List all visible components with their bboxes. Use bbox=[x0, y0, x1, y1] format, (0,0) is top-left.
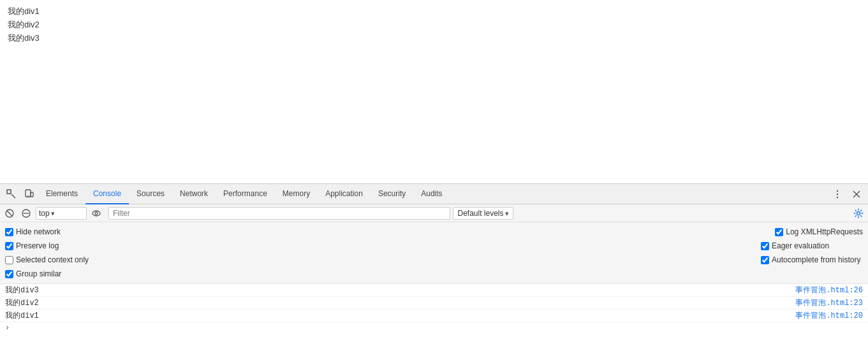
tab-performance[interactable]: Performance bbox=[216, 184, 275, 204]
default-levels-chevron-icon bbox=[505, 209, 509, 218]
device-toolbar-icon[interactable] bbox=[20, 185, 38, 203]
tab-audits[interactable]: Audits bbox=[413, 184, 450, 204]
autocomplete-option[interactable]: Autocomplete from history bbox=[761, 255, 863, 264]
console-prompt-icon: › bbox=[5, 324, 10, 332]
preserve-log-label: Preserve log bbox=[16, 241, 59, 250]
log-xml-label: Log XMLHttpRequests bbox=[786, 227, 863, 236]
console-source-2[interactable]: 事件冒泡.html:20 bbox=[795, 310, 863, 321]
log-xml-checkbox[interactable] bbox=[775, 228, 783, 236]
devtools-panel: Elements Console Sources Network Perform… bbox=[0, 183, 868, 349]
autocomplete-checkbox[interactable] bbox=[761, 256, 769, 264]
group-similar-option[interactable]: Group similar bbox=[5, 269, 107, 278]
svg-point-13 bbox=[92, 211, 100, 216]
tab-right-actions bbox=[828, 185, 865, 203]
eye-icon[interactable] bbox=[89, 206, 103, 220]
tab-network[interactable]: Network bbox=[172, 184, 216, 204]
settings-gear-icon[interactable] bbox=[851, 206, 865, 220]
group-similar-checkbox[interactable] bbox=[5, 270, 13, 278]
console-message-1: 我的div2 bbox=[5, 297, 795, 308]
context-chevron-icon bbox=[51, 209, 55, 218]
options-row-1: Hide network Log XMLHttpRequests bbox=[5, 225, 863, 239]
svg-rect-0 bbox=[7, 190, 11, 194]
options-row-2: Preserve log Eager evaluation bbox=[5, 239, 863, 253]
tab-sources[interactable]: Sources bbox=[129, 184, 172, 204]
default-levels-label: Default levels bbox=[457, 209, 503, 218]
close-devtools-icon[interactable] bbox=[848, 185, 865, 203]
inspect-element-icon[interactable] bbox=[3, 185, 20, 203]
content-line-1: 我的div1 bbox=[8, 5, 860, 18]
content-line-2: 我的div2 bbox=[8, 18, 860, 32]
svg-line-10 bbox=[7, 211, 12, 216]
hide-network-checkbox[interactable] bbox=[5, 228, 13, 236]
eager-eval-label: Eager evaluation bbox=[772, 241, 829, 250]
tab-application[interactable]: Application bbox=[318, 184, 371, 204]
svg-point-15 bbox=[857, 211, 860, 215]
tab-security[interactable]: Security bbox=[371, 184, 413, 204]
block-icon[interactable] bbox=[19, 206, 33, 220]
selected-context-label: Selected context only bbox=[16, 255, 89, 264]
context-selector[interactable]: top bbox=[36, 207, 87, 220]
preserve-log-option[interactable]: Preserve log bbox=[5, 241, 107, 250]
console-message-2: 我的div1 bbox=[5, 310, 795, 321]
tab-elements[interactable]: Elements bbox=[38, 184, 85, 204]
console-row-1: 我的div2 事件冒泡.html:23 bbox=[0, 297, 868, 310]
default-levels-button[interactable]: Default levels bbox=[453, 207, 513, 220]
devtools-tabs-bar: Elements Console Sources Network Perform… bbox=[0, 184, 868, 204]
log-xml-option[interactable]: Log XMLHttpRequests bbox=[775, 227, 863, 236]
hide-network-label: Hide network bbox=[16, 227, 61, 236]
eager-eval-checkbox[interactable] bbox=[761, 242, 769, 250]
svg-point-5 bbox=[837, 193, 838, 194]
clear-console-icon[interactable] bbox=[3, 206, 17, 220]
devtools-console: 我的div3 事件冒泡.html:26 我的div2 事件冒泡.html:23 … bbox=[0, 284, 868, 349]
group-similar-label: Group similar bbox=[16, 269, 61, 278]
svg-point-14 bbox=[95, 212, 98, 215]
devtools-options: Hide network Log XMLHttpRequests Preserv… bbox=[0, 222, 868, 284]
console-row-0: 我的div3 事件冒泡.html:26 bbox=[0, 284, 868, 297]
content-line-3: 我的div3 bbox=[8, 32, 860, 45]
svg-rect-2 bbox=[31, 192, 33, 197]
hide-network-option[interactable]: Hide network bbox=[5, 227, 107, 236]
console-message-0: 我的div3 bbox=[5, 285, 795, 296]
preserve-log-checkbox[interactable] bbox=[5, 242, 13, 250]
selected-context-checkbox[interactable] bbox=[5, 256, 13, 264]
console-filter-input[interactable] bbox=[108, 207, 450, 220]
console-row-2: 我的div1 事件冒泡.html:20 bbox=[0, 310, 868, 322]
selected-context-option[interactable]: Selected context only bbox=[5, 255, 107, 264]
tab-console[interactable]: Console bbox=[85, 184, 129, 204]
svg-point-4 bbox=[837, 190, 838, 191]
console-prompt-row: › bbox=[0, 322, 868, 334]
console-source-0[interactable]: 事件冒泡.html:26 bbox=[795, 285, 863, 296]
devtools-toolbar: top Default levels bbox=[0, 204, 868, 222]
tab-memory[interactable]: Memory bbox=[275, 184, 318, 204]
context-label: top bbox=[39, 209, 50, 218]
console-source-1[interactable]: 事件冒泡.html:23 bbox=[795, 297, 863, 308]
svg-point-6 bbox=[837, 196, 838, 197]
autocomplete-label: Autocomplete from history bbox=[772, 255, 860, 264]
more-options-icon[interactable] bbox=[828, 185, 846, 203]
page-content: 我的div1 我的div2 我的div3 bbox=[0, 0, 868, 183]
options-row-4: Group similar bbox=[5, 267, 863, 281]
eager-eval-option[interactable]: Eager evaluation bbox=[761, 241, 863, 250]
options-row-3: Selected context only Autocomplete from … bbox=[5, 253, 863, 267]
